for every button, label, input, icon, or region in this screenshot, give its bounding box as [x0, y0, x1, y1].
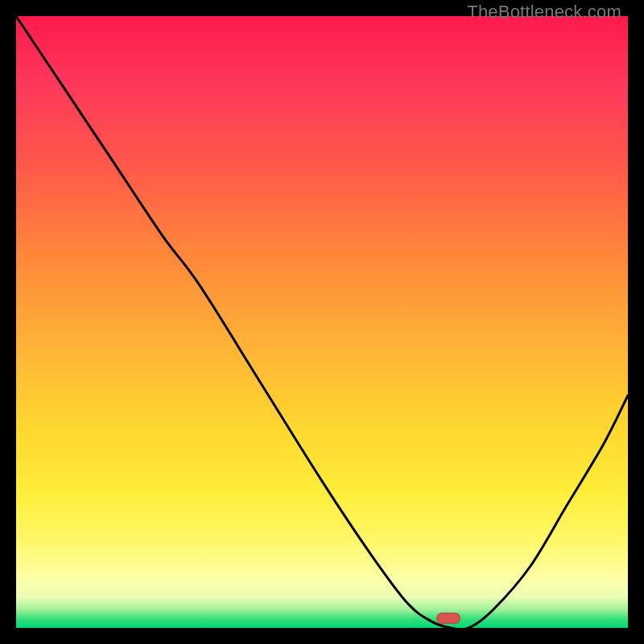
- watermark-text: TheBottleneck.com: [467, 2, 621, 23]
- bottleneck-curve: [16, 16, 628, 628]
- optimal-marker: [436, 613, 460, 624]
- curve-path: [16, 16, 628, 630]
- chart-frame: TheBottleneck.com: [0, 0, 644, 644]
